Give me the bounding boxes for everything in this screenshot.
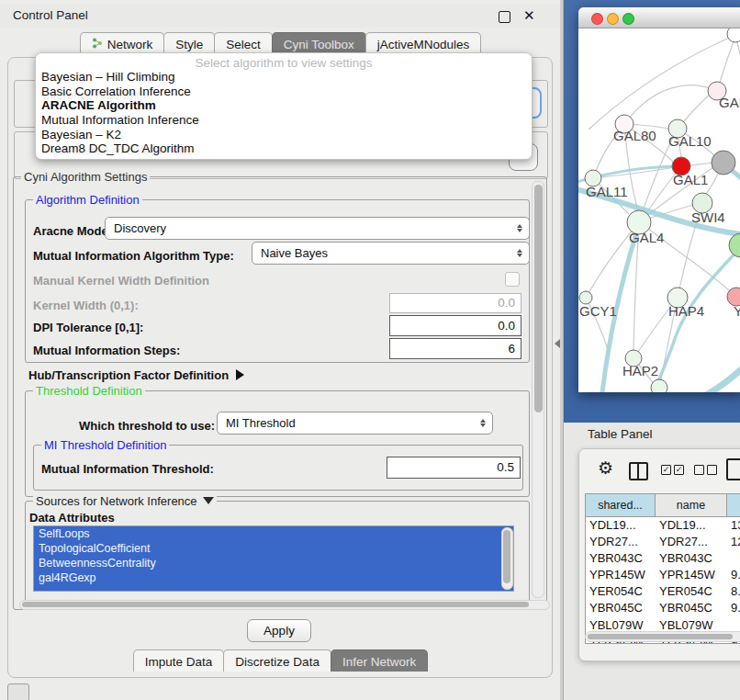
table-body: YDL19...YDL19...13YDR27...YDR27...12YBR0… <box>586 517 740 644</box>
table-row[interactable]: YBR045CYBR045C9. <box>586 600 740 616</box>
dpi-tolerance-label: DPI Tolerance [0,1]: <box>33 321 143 334</box>
node-label: GAL11 <box>586 184 628 199</box>
float-window-icon[interactable] <box>499 11 510 23</box>
network-window-titlebar[interactable] <box>578 7 740 28</box>
which-threshold-value: MI Threshold <box>226 416 296 430</box>
network-canvas[interactable]: GALGAL80GAL10GAL1GAL11SWI4GAL4GCY1HAP4YH… <box>578 28 740 392</box>
attribute-item[interactable]: SelfLoops <box>34 526 513 541</box>
which-threshold-combo[interactable]: MI Threshold <box>217 412 493 435</box>
checked-boxes-icon[interactable]: ✓✓ <box>661 465 684 475</box>
network-view-window: GALGAL80GAL10GAL1GAL11SWI4GAL4GCY1HAP4YH… <box>578 7 740 392</box>
node-label: GAL4 <box>629 230 664 245</box>
hub-definition-toggle[interactable]: Hub/Transcription Factor Definition <box>28 367 244 383</box>
mi-type-label: Mutual Information Algorithm Type: <box>33 249 234 263</box>
table-cell: 9. <box>727 567 740 583</box>
kernel-width-field[interactable]: 0.0 <box>389 293 521 313</box>
table-cell: YPR145W <box>586 567 656 583</box>
node-label: HAP4 <box>668 303 704 319</box>
close-traffic-light-icon[interactable] <box>591 13 603 25</box>
algorithm-option[interactable]: Bayesian – Hill Climbing <box>36 70 532 85</box>
node-big-green[interactable] <box>729 233 740 257</box>
close-icon[interactable]: ✕ <box>523 7 535 24</box>
node-gray[interactable] <box>712 151 735 175</box>
network-edge-thick <box>699 359 740 392</box>
algorithm-definition-group: Algorithm Definition Aracne Mode: Discov… <box>25 199 530 363</box>
mi-steps-field[interactable]: 6 <box>389 338 521 359</box>
sources-title: Sources for Network Inference <box>33 494 217 508</box>
kernel-width-label: Kernel Width (0,1): <box>33 299 139 312</box>
table-panel-title: Table Panel <box>588 427 653 441</box>
settings-group-title: Cyni Algorithm Settings <box>21 170 150 184</box>
mi-type-combo[interactable]: Naive Bayes <box>252 242 530 265</box>
algorithm-definition-title: Algorithm Definition <box>33 193 142 207</box>
table-row[interactable]: YDL19...YDL19...13 <box>586 517 740 534</box>
tab-jactivemnodules[interactable]: jActiveMNodules <box>365 32 482 54</box>
algorithm-option[interactable]: Mutual Information Inference <box>36 113 532 128</box>
minimize-traffic-light-icon[interactable] <box>607 13 619 25</box>
corner-grip-icon <box>7 683 29 700</box>
attribute-item[interactable]: TopologicalCoefficient <box>34 541 513 556</box>
node-label: GAL10 <box>668 133 712 149</box>
node-label: Y <box>734 303 740 319</box>
attribute-item[interactable]: gal4RGexp <box>34 570 513 585</box>
algorithm-option[interactable]: Dream8 DC_TDC Algorithm <box>36 141 532 156</box>
spinner-arrows-icon <box>480 419 486 427</box>
table-row[interactable]: YER054CYER054C8. <box>586 583 740 600</box>
node-label: GAL1 <box>673 172 708 187</box>
attribute-list-scrollbar[interactable] <box>501 527 513 590</box>
sources-group: Sources for Network Inference Data Attri… <box>25 501 530 604</box>
document-icon[interactable] <box>726 458 740 480</box>
table-cell: YBR045C <box>586 600 656 616</box>
table-row[interactable]: YBR043CYBR043C <box>586 550 740 567</box>
threshold-definition-title: Threshold Definition <box>33 384 145 398</box>
bottom-tab-bar: Impute DataDiscretize DataInfer Network <box>0 649 560 672</box>
table-cell: 13 <box>727 517 740 534</box>
unchecked-boxes-icon[interactable] <box>694 465 717 475</box>
algorithm-option[interactable]: Basic Correlation Inference <box>36 85 532 99</box>
gear-icon[interactable]: ⚙ <box>598 457 613 479</box>
table-cell: 8. <box>727 583 740 600</box>
aracne-mode-combo[interactable]: Discovery <box>105 217 530 240</box>
node-gcy1[interactable] <box>579 291 592 304</box>
manual-kernel-checkbox[interactable] <box>505 272 520 287</box>
attribute-item[interactable]: BetweennessCentrality <box>34 556 513 570</box>
algorithm-option[interactable]: Bayesian – K2 <box>36 128 532 142</box>
table-row[interactable]: YPR145WYPR145W9. <box>586 567 740 583</box>
spinner-arrows-icon <box>517 249 522 257</box>
tab-impute-data[interactable]: Impute Data <box>133 649 225 672</box>
table-cell: YBR043C <box>656 550 727 567</box>
column-header[interactable]: A <box>727 494 740 516</box>
network-edge-thick <box>652 247 740 392</box>
data-attributes-label: Data Attributes <box>29 511 115 525</box>
dpi-tolerance-field[interactable]: 0.0 <box>389 315 521 336</box>
mi-threshold-field[interactable]: 0.5 <box>387 457 521 479</box>
tab-cyni-toolbox[interactable]: Cyni Toolbox <box>272 32 366 54</box>
algorithm-dropdown-popup: Select algorithm to view settings Bayesi… <box>35 52 533 160</box>
table-cell: YER054C <box>586 583 656 600</box>
node-bottom-partial[interactable] <box>651 379 667 392</box>
algorithm-option[interactable]: ARACNE Algorithm <box>36 98 532 113</box>
table-cell <box>727 550 740 567</box>
tab-infer-network[interactable]: Infer Network <box>331 649 428 672</box>
apply-button[interactable]: Apply <box>247 619 311 642</box>
network-tab-icon <box>92 38 103 51</box>
settings-vscrollbar[interactable] <box>532 181 544 598</box>
top-tab-bar: NetworkStyleSelectCyni ToolboxjActiveMNo… <box>0 32 560 54</box>
data-attributes-list[interactable]: SelfLoopsTopologicalCoefficientBetweenne… <box>33 525 514 592</box>
table-cell: 9. <box>727 600 740 616</box>
node-top-partial[interactable] <box>727 28 740 42</box>
tab-style[interactable]: Style <box>163 32 215 54</box>
table-panel-window: ⚙ ✓✓ shared...nameA YDL19...YDL19...13YD… <box>578 448 740 661</box>
zoom-traffic-light-icon[interactable] <box>622 13 634 25</box>
tab-network[interactable]: Network <box>80 32 165 54</box>
split-columns-icon[interactable] <box>629 462 648 480</box>
tab-select[interactable]: Select <box>214 32 273 54</box>
column-header[interactable]: shared... <box>586 494 656 516</box>
panel-splitter[interactable] <box>560 0 564 700</box>
table-hscrollbar[interactable] <box>585 631 740 642</box>
network-edge <box>735 36 740 84</box>
tab-discretize-data[interactable]: Discretize Data <box>223 649 331 672</box>
table-row[interactable]: YDR27...YDR27...12 <box>586 534 740 550</box>
column-header[interactable]: name <box>656 494 727 516</box>
settings-hscrollbar[interactable] <box>19 600 550 610</box>
